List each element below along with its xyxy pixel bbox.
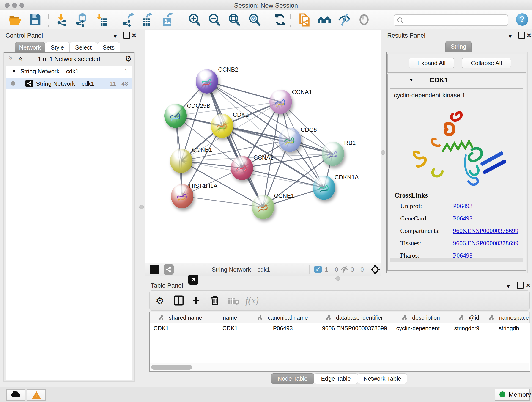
node-CCNA1[interactable] — [269, 89, 292, 114]
results-panel-float-icon[interactable] — [518, 32, 525, 38]
memory-button[interactable]: Memory — [495, 389, 530, 401]
export-network-button[interactable] — [121, 13, 135, 27]
hidden-count: 0 – 0 — [351, 266, 364, 273]
cell-namespace[interactable]: stringdb — [488, 323, 530, 333]
column-header-name[interactable]: name — [211, 313, 249, 323]
table-panel-close-icon[interactable]: ✕ — [526, 282, 531, 289]
network-view-toolbar: String Network – cdk1 ✓ 1 – 0 0 – 0 — [145, 263, 381, 276]
table-panel-float-icon[interactable] — [517, 282, 524, 288]
warnings-button[interactable] — [27, 389, 46, 401]
tab-network-table[interactable]: Network Table — [358, 373, 407, 384]
tab-edge-table[interactable]: Edge Table — [314, 373, 358, 384]
tab-string[interactable]: String — [445, 41, 472, 52]
import-network-file-button[interactable] — [55, 13, 69, 27]
tab-node-table[interactable]: Node Table — [271, 373, 314, 384]
show-all-button[interactable] — [357, 13, 371, 27]
zoom-in-button[interactable] — [187, 13, 202, 27]
cell-database-identifier[interactable]: 9606.ENSP00000378699 — [317, 323, 392, 333]
help-button[interactable]: ? — [516, 13, 528, 26]
crosslink-link[interactable]: P06493 — [453, 202, 473, 210]
node-CDKN1A[interactable] — [313, 176, 335, 200]
node-RB1[interactable] — [322, 142, 344, 166]
crosshair-icon[interactable] — [370, 264, 380, 275]
table-row[interactable]: CDK1CDK1P064939606.ENSP00000378699cyclin… — [150, 323, 530, 333]
node-CDK1[interactable] — [211, 114, 233, 138]
zoom-fit-button[interactable] — [227, 13, 241, 27]
tab-network[interactable]: Network — [15, 42, 45, 53]
selected-nodes-checkbox[interactable]: ✓ — [314, 266, 322, 273]
column-header-description[interactable]: description — [392, 313, 450, 323]
crosslink-link[interactable]: 9606.ENSP00000378699 — [453, 227, 518, 235]
horizontal-splitter-handle[interactable] — [336, 276, 340, 281]
zoom-out-button[interactable] — [207, 13, 222, 27]
hide-selected-button[interactable] — [337, 13, 351, 27]
save-session-button[interactable] — [28, 13, 42, 27]
import-table-file-button[interactable] — [94, 13, 109, 27]
node-CCNB1[interactable] — [170, 149, 192, 173]
horizontal-scrollbar[interactable] — [150, 363, 529, 371]
delete-column-icon[interactable] — [210, 295, 220, 306]
cell-name[interactable]: CDK1 — [211, 323, 249, 333]
export-table-button[interactable] — [140, 13, 154, 27]
node-CCNA2[interactable] — [231, 156, 253, 180]
results-panel-menu-icon[interactable]: ▾ — [509, 32, 512, 40]
home-button[interactable] — [317, 13, 331, 27]
expand-all-button[interactable]: Expand All — [409, 58, 454, 68]
tab-style[interactable]: Style — [45, 42, 70, 53]
cloud-status-button[interactable] — [6, 389, 25, 401]
node-CDC25B[interactable] — [164, 104, 187, 128]
node-label-CCNB1: CCNB1 — [192, 146, 212, 153]
results-panel-title: Results Panel — [387, 32, 425, 39]
node-CCNB2[interactable] — [196, 69, 218, 94]
network-badge-icon[interactable] — [164, 264, 174, 274]
results-scroll-strip[interactable] — [390, 258, 523, 262]
tab-select[interactable]: Select — [70, 42, 97, 53]
column-header-shared-name[interactable]: shared name — [150, 313, 211, 323]
collapse-all-button[interactable]: Collapse All — [462, 58, 511, 68]
network-collection-row[interactable]: ▼ String Network – cdk1 1 — [6, 66, 132, 78]
network-options-gear-icon[interactable]: ⚙ — [125, 54, 132, 63]
column-visibility-icon[interactable] — [173, 295, 184, 307]
column-tree-icon — [258, 315, 264, 320]
import-network-database-button[interactable] — [75, 13, 89, 27]
export-image-button[interactable] — [160, 13, 175, 27]
control-panel-close-icon[interactable]: ✕ — [132, 32, 137, 39]
cell-canonical-name[interactable]: P06493 — [249, 323, 317, 333]
grid-view-icon[interactable] — [149, 264, 159, 274]
cell-description[interactable]: cyclin-dependent ... — [392, 323, 450, 333]
hidden-eye-icon — [340, 265, 349, 275]
column-header-database-identifier[interactable]: database identifier — [317, 313, 392, 323]
entry-expander-icon[interactable]: ▼ — [409, 77, 414, 83]
open-session-button[interactable] — [8, 13, 22, 27]
column-header-canonical-name[interactable]: canonical name — [249, 313, 317, 323]
network-row-selected[interactable]: String Network – cdk1 11 48 — [6, 78, 132, 89]
crosslink-row: GeneCard:P06493 — [400, 215, 519, 222]
vertical-splitter-handle-left[interactable] — [139, 205, 144, 210]
cell-shared-name[interactable]: CDK1 — [150, 323, 211, 333]
crosslink-link[interactable]: P06493 — [453, 215, 473, 222]
search-input[interactable] — [394, 14, 508, 26]
node-CCNE1[interactable] — [252, 195, 274, 219]
memory-status-dot — [500, 391, 505, 397]
node-label-HIST1H1A: HIST1H1A — [189, 182, 217, 190]
edge-HIST1H1A-CCNE1[interactable] — [182, 196, 263, 207]
node-CDC6[interactable] — [279, 128, 301, 152]
table-settings-gear-icon[interactable]: ⚙ — [156, 295, 164, 306]
tab-sets[interactable]: Sets — [97, 42, 120, 53]
network-canvas[interactable]: CCNB2CCNA1CDC25BCDK1CDC6RB1CCNB1CCNA2CDK… — [145, 30, 381, 263]
network-collection-count: 1 — [124, 68, 128, 75]
import-network-url-button[interactable] — [297, 13, 311, 27]
column-header--id[interactable]: @id — [450, 313, 488, 323]
control-panel-float-icon[interactable] — [123, 32, 130, 38]
crosslink-link[interactable]: 9606.ENSP00000378699 — [453, 240, 518, 247]
column-header-namespace[interactable]: namespace — [488, 313, 530, 323]
horizontal-scrollbar-thumb[interactable] — [151, 365, 192, 370]
table-panel-menu-icon[interactable]: ▾ — [507, 283, 510, 290]
results-panel-close-icon[interactable]: ✕ — [526, 32, 532, 39]
cell--id[interactable]: stringdb:9... — [450, 323, 488, 333]
control-panel-menu-icon[interactable]: ▾ — [114, 32, 117, 40]
tree-expander-icon[interactable]: ▼ — [12, 69, 16, 74]
zoom-selected-button[interactable] — [247, 13, 262, 27]
add-column-icon[interactable]: + — [192, 294, 200, 306]
refresh-layout-button[interactable] — [273, 13, 287, 27]
